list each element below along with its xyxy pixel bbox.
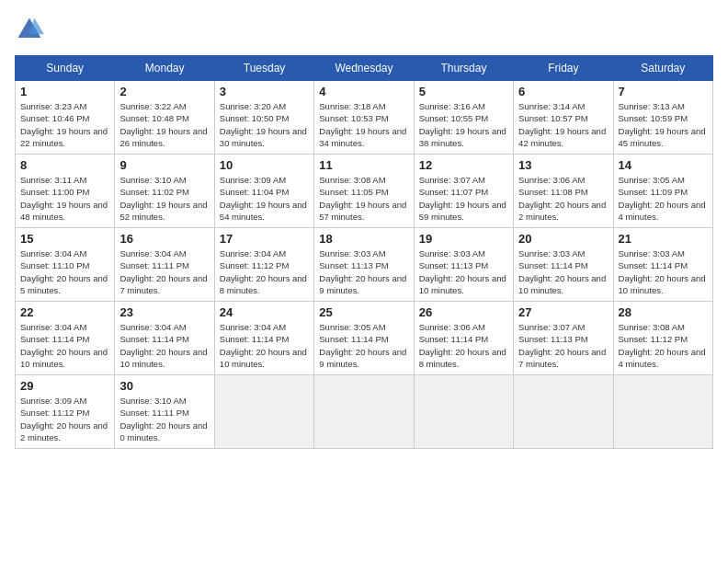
calendar-cell: 19 Sunrise: 3:03 AM Sunset: 11:13 PM Day… [414,228,513,302]
calendar-cell: 21 Sunrise: 3:03 AM Sunset: 11:14 PM Day… [613,228,712,302]
calendar-cell: 22 Sunrise: 3:04 AM Sunset: 11:14 PM Day… [16,302,115,375]
weekday-header-saturday: Saturday [613,56,712,81]
day-info: Sunrise: 3:04 AM Sunset: 11:14 PM Daylig… [119,321,209,370]
calendar-cell: 2 Sunrise: 3:22 AM Sunset: 10:48 PM Dayl… [115,81,214,155]
calendar-cell: 14 Sunrise: 3:05 AM Sunset: 11:09 PM Day… [613,155,712,228]
day-number: 19 [419,232,508,246]
day-info: Sunrise: 3:09 AM Sunset: 11:12 PM Daylig… [20,395,109,443]
calendar-cell: 28 Sunrise: 3:08 AM Sunset: 11:12 PM Day… [613,302,712,375]
day-number: 13 [518,158,608,172]
day-number: 30 [119,379,209,393]
weekday-header-row: SundayMondayTuesdayWednesdayThursdayFrid… [16,56,713,81]
weekday-header-friday: Friday [514,56,613,81]
day-info: Sunrise: 3:03 AM Sunset: 11:14 PM Daylig… [619,247,708,296]
logo [15,15,48,44]
day-number: 7 [619,85,708,98]
day-info: Sunrise: 3:04 AM Sunset: 11:12 PM Daylig… [220,247,309,296]
day-number: 23 [119,305,209,319]
day-number: 22 [20,305,109,319]
day-info: Sunrise: 3:18 AM Sunset: 10:53 PM Daylig… [319,100,408,149]
calendar-cell: 30 Sunrise: 3:10 AM Sunset: 11:11 PM Day… [115,375,214,449]
day-info: Sunrise: 3:03 AM Sunset: 11:13 PM Daylig… [319,247,408,296]
calendar-cell: 18 Sunrise: 3:03 AM Sunset: 11:13 PM Day… [314,228,414,302]
calendar-cell: 7 Sunrise: 3:13 AM Sunset: 10:59 PM Dayl… [613,81,712,155]
day-number: 28 [619,305,708,319]
day-info: Sunrise: 3:08 AM Sunset: 11:05 PM Daylig… [319,174,408,223]
calendar-cell: 9 Sunrise: 3:10 AM Sunset: 11:02 PM Dayl… [115,155,214,228]
day-number: 16 [119,232,209,246]
calendar-cell: 4 Sunrise: 3:18 AM Sunset: 10:53 PM Dayl… [314,81,414,155]
calendar-cell: 6 Sunrise: 3:14 AM Sunset: 10:57 PM Dayl… [514,81,613,155]
day-number: 8 [20,158,109,172]
calendar-row: 15 Sunrise: 3:04 AM Sunset: 11:10 PM Day… [16,228,713,302]
calendar-cell: 29 Sunrise: 3:09 AM Sunset: 11:12 PM Day… [16,375,115,449]
calendar-cell: 15 Sunrise: 3:04 AM Sunset: 11:10 PM Day… [16,228,115,302]
day-info: Sunrise: 3:05 AM Sunset: 11:14 PM Daylig… [319,321,408,370]
day-number: 2 [119,85,209,98]
day-info: Sunrise: 3:03 AM Sunset: 11:13 PM Daylig… [419,247,508,296]
calendar-cell: 8 Sunrise: 3:11 AM Sunset: 11:00 PM Dayl… [16,155,115,228]
calendar-cell: 24 Sunrise: 3:04 AM Sunset: 11:14 PM Day… [214,302,313,375]
calendar-cell: 25 Sunrise: 3:05 AM Sunset: 11:14 PM Day… [314,302,414,375]
day-info: Sunrise: 3:23 AM Sunset: 10:46 PM Daylig… [20,100,109,149]
day-number: 15 [20,232,109,246]
weekday-header-wednesday: Wednesday [314,56,414,81]
day-info: Sunrise: 3:04 AM Sunset: 11:11 PM Daylig… [119,247,209,296]
weekday-header-sunday: Sunday [16,56,115,81]
calendar-cell: 5 Sunrise: 3:16 AM Sunset: 10:55 PM Dayl… [414,81,513,155]
day-number: 26 [419,305,508,319]
day-number: 20 [518,232,608,246]
calendar-cell: 27 Sunrise: 3:07 AM Sunset: 11:13 PM Day… [514,302,613,375]
weekday-header-tuesday: Tuesday [214,56,313,81]
calendar-table: SundayMondayTuesdayWednesdayThursdayFrid… [15,55,713,449]
day-number: 1 [20,85,109,98]
day-info: Sunrise: 3:04 AM Sunset: 11:14 PM Daylig… [220,321,309,370]
day-number: 18 [319,232,408,246]
calendar-cell: 3 Sunrise: 3:20 AM Sunset: 10:50 PM Dayl… [214,81,313,155]
day-info: Sunrise: 3:09 AM Sunset: 11:04 PM Daylig… [220,174,309,223]
day-info: Sunrise: 3:14 AM Sunset: 10:57 PM Daylig… [518,100,608,149]
day-info: Sunrise: 3:10 AM Sunset: 11:11 PM Daylig… [119,395,209,443]
day-info: Sunrise: 3:03 AM Sunset: 11:14 PM Daylig… [518,247,608,296]
day-number: 24 [220,305,309,319]
day-number: 11 [319,158,408,172]
calendar-cell: 16 Sunrise: 3:04 AM Sunset: 11:11 PM Day… [115,228,214,302]
day-number: 9 [119,158,209,172]
calendar-cell [414,375,513,449]
calendar-cell: 20 Sunrise: 3:03 AM Sunset: 11:14 PM Day… [514,228,613,302]
calendar-cell [613,375,712,449]
day-info: Sunrise: 3:04 AM Sunset: 11:10 PM Daylig… [20,247,109,296]
calendar-cell [514,375,613,449]
calendar-cell: 10 Sunrise: 3:09 AM Sunset: 11:04 PM Day… [214,155,313,228]
day-number: 3 [220,85,309,98]
day-number: 21 [619,232,708,246]
day-info: Sunrise: 3:06 AM Sunset: 11:14 PM Daylig… [419,321,508,370]
day-number: 12 [419,158,508,172]
logo-icon [15,15,44,44]
day-number: 27 [518,305,608,319]
day-number: 10 [220,158,309,172]
calendar-cell: 26 Sunrise: 3:06 AM Sunset: 11:14 PM Day… [414,302,513,375]
day-info: Sunrise: 3:06 AM Sunset: 11:08 PM Daylig… [518,174,608,223]
day-info: Sunrise: 3:20 AM Sunset: 10:50 PM Daylig… [220,100,309,149]
day-number: 25 [319,305,408,319]
day-info: Sunrise: 3:07 AM Sunset: 11:13 PM Daylig… [518,321,608,370]
weekday-header-monday: Monday [115,56,214,81]
weekday-header-thursday: Thursday [414,56,513,81]
calendar-row: 8 Sunrise: 3:11 AM Sunset: 11:00 PM Dayl… [16,155,713,228]
day-info: Sunrise: 3:11 AM Sunset: 11:00 PM Daylig… [20,174,109,223]
day-number: 6 [518,85,608,98]
calendar-row: 22 Sunrise: 3:04 AM Sunset: 11:14 PM Day… [16,302,713,375]
day-number: 5 [419,85,508,98]
calendar-cell [214,375,313,449]
day-info: Sunrise: 3:10 AM Sunset: 11:02 PM Daylig… [119,174,209,223]
calendar-cell: 12 Sunrise: 3:07 AM Sunset: 11:07 PM Day… [414,155,513,228]
calendar-row: 29 Sunrise: 3:09 AM Sunset: 11:12 PM Day… [16,375,713,449]
day-info: Sunrise: 3:04 AM Sunset: 11:14 PM Daylig… [20,321,109,370]
day-number: 29 [20,379,109,393]
page-header [15,15,713,44]
calendar-cell: 23 Sunrise: 3:04 AM Sunset: 11:14 PM Day… [115,302,214,375]
calendar-cell [314,375,414,449]
day-info: Sunrise: 3:16 AM Sunset: 10:55 PM Daylig… [419,100,508,149]
day-number: 17 [220,232,309,246]
